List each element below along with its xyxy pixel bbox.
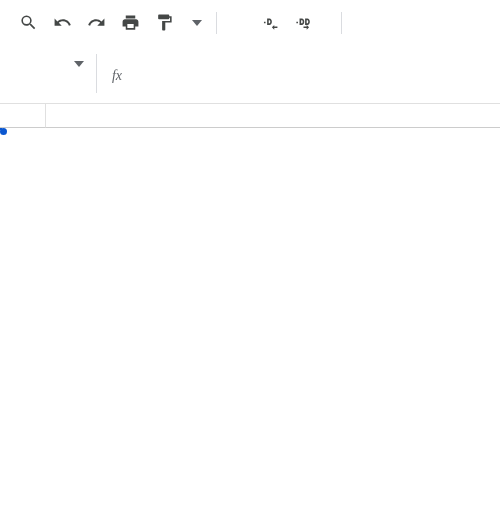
undo-icon[interactable] [46, 7, 78, 39]
formula-bar[interactable]: fx [97, 52, 500, 86]
formula-text [127, 54, 133, 74]
grid[interactable] [0, 104, 500, 128]
zoom-dropdown[interactable] [182, 7, 208, 39]
column-headers [46, 104, 500, 128]
spreadsheet-app: fx [0, 0, 500, 505]
selection-fill-handle[interactable] [0, 128, 7, 135]
decrease-decimal-icon[interactable] [253, 7, 285, 39]
paint-format-icon[interactable] [148, 7, 180, 39]
redo-icon[interactable] [80, 7, 112, 39]
chevron-down-icon[interactable] [74, 56, 84, 72]
select-all-corner[interactable] [0, 104, 46, 128]
toolbar-separator [216, 12, 217, 34]
toolbar [0, 0, 500, 46]
name-formula-bar: fx [0, 46, 500, 104]
toolbar-separator-2 [341, 12, 342, 34]
cell-selection [0, 128, 2, 130]
print-icon[interactable] [114, 7, 146, 39]
increase-decimal-icon[interactable] [287, 7, 319, 39]
name-box[interactable] [0, 52, 96, 76]
search-icon[interactable] [12, 7, 44, 39]
fx-icon: fx [107, 66, 127, 86]
